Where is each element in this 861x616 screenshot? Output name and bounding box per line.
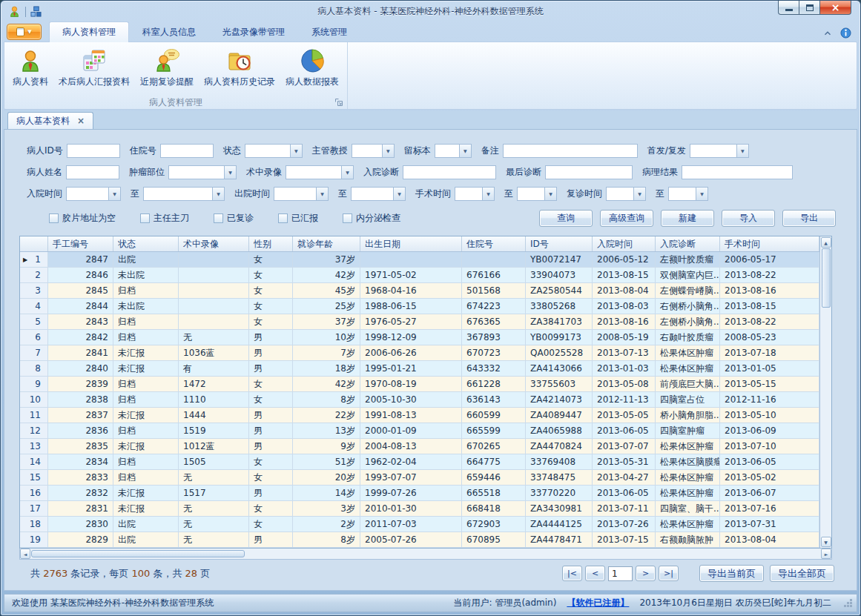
table-row[interactable]: ▶12847出院女37岁YB00721472006-05-12左额叶胶质瘤200…	[20, 252, 819, 268]
chevron-down-icon[interactable]: ▼	[290, 145, 302, 157]
scroll-left-icon[interactable]: ◄	[20, 549, 30, 559]
table-row[interactable]: 82840未汇报有男18岁1995-01-21643332ZA414306620…	[20, 361, 819, 377]
page-number-input[interactable]	[608, 566, 633, 581]
filter-input[interactable]	[160, 144, 214, 158]
collapse-ribbon-icon[interactable]	[822, 28, 833, 39]
table-row[interactable]: 142834归档1505女51岁1962-02-0466477533769408…	[20, 454, 819, 470]
export-current-page-button[interactable]: 导出当前页	[699, 565, 764, 582]
table-row[interactable]: 122836归档1519男13岁2000-01-09665599ZA406598…	[20, 423, 819, 439]
table-row[interactable]: 42844未出院女25岁1988-06-15674223338052682013…	[20, 299, 819, 314]
filter-dropdown[interactable]: ▼	[168, 165, 237, 179]
chevron-down-icon[interactable]: ▼	[382, 145, 394, 157]
filter-dropdown[interactable]: ▼	[517, 187, 557, 201]
scroll-up-icon[interactable]: ▲	[821, 237, 831, 248]
filter-input[interactable]	[503, 144, 638, 158]
ribbon-button-history-folder[interactable]: 病人资料历史记录	[199, 44, 280, 91]
table-row[interactable]: 22846未出院女42岁1971-05-02676166339040732013…	[20, 268, 819, 283]
filter-dropdown[interactable]: ▼	[274, 187, 329, 201]
scroll-right-icon[interactable]: ►	[821, 549, 831, 559]
column-header-ID号[interactable]: ID号	[526, 236, 593, 251]
filter-dropdown[interactable]: ▼	[455, 187, 495, 201]
first-page-button[interactable]: |<	[562, 566, 582, 581]
horizontal-scroll-thumb[interactable]	[31, 550, 245, 557]
column-header-就诊年龄[interactable]: 就诊年龄	[293, 236, 360, 251]
filter-dropdown[interactable]: ▼	[66, 187, 121, 201]
ribbon-button-patient[interactable]: 病人资料	[7, 44, 53, 91]
column-header-入院诊断[interactable]: 入院诊断	[656, 236, 720, 251]
column-header-indicator[interactable]	[20, 236, 48, 251]
chevron-down-icon[interactable]: ▼	[696, 188, 707, 200]
table-row[interactable]: 182830出院无女2岁2011-07-03672903ZA4444125201…	[20, 517, 819, 532]
layout-icon[interactable]	[30, 6, 42, 17]
tab-close-icon[interactable]: ×	[77, 116, 85, 125]
checkbox-2[interactable]: 主任主刀	[140, 212, 189, 225]
column-header-性别[interactable]: 性别	[249, 236, 293, 251]
column-header-入院时间[interactable]: 入院时间	[593, 236, 656, 251]
table-row[interactable]: 32845归档女45岁1968-04-16501568ZA25805442013…	[20, 283, 819, 299]
filter-input[interactable]	[67, 144, 120, 158]
info-icon[interactable]	[840, 27, 851, 39]
ribbon-button-revisit-reminder[interactable]: 近期复诊提醒	[135, 44, 199, 91]
checkbox-box[interactable]	[49, 213, 59, 223]
filter-input[interactable]	[682, 165, 793, 179]
close-button[interactable]: ×	[819, 1, 851, 15]
table-row[interactable]: 162832未汇报1517男14岁1999-07-266655183377022…	[20, 486, 819, 501]
export-all-pages-button[interactable]: 导出全部页	[770, 565, 834, 582]
registration-link[interactable]: 【软件已注册】	[567, 597, 629, 609]
chevron-down-icon[interactable]: ▼	[393, 188, 405, 200]
filter-input[interactable]	[403, 165, 496, 179]
chevron-down-icon[interactable]: ▼	[459, 145, 471, 157]
table-row[interactable]: 152833归档无女20岁1993-07-0765944633748475201…	[20, 470, 819, 486]
chevron-down-icon[interactable]: ▼	[544, 188, 556, 200]
scroll-down-icon[interactable]: ▼	[821, 537, 831, 547]
table-row[interactable]: 192829出院无男8岁2005-07-26670895ZA4478471201…	[20, 532, 819, 548]
chevron-down-icon[interactable]: ▼	[633, 188, 645, 200]
application-menu-button[interactable]: ▼	[7, 24, 42, 40]
maximize-button[interactable]	[799, 1, 820, 15]
filter-dropdown[interactable]: ▼	[286, 165, 354, 179]
horizontal-scrollbar[interactable]: ◄ ►	[19, 549, 832, 560]
table-row[interactable]: 92839归档1472女42岁1970-08-19661228337556032…	[20, 377, 819, 392]
ribbon-tab-2[interactable]: 科室人员信息	[129, 21, 209, 42]
chevron-down-icon[interactable]: ▼	[482, 188, 494, 200]
filter-dropdown[interactable]: ▼	[435, 144, 472, 158]
table-row[interactable]: 102838归档1110女8岁2005-10-30636143ZA4214073…	[20, 392, 819, 408]
filter-input[interactable]	[66, 165, 119, 179]
filter-dropdown[interactable]: ▼	[143, 187, 225, 201]
tab-patient-basic-info[interactable]: 病人基本资料 ×	[7, 112, 93, 129]
chevron-down-icon[interactable]: ▼	[212, 188, 224, 200]
filter-dropdown[interactable]: ▼	[668, 187, 708, 201]
filter-dropdown[interactable]: ▼	[690, 144, 749, 158]
checkbox-box[interactable]	[214, 213, 223, 223]
checkbox-box[interactable]	[278, 213, 288, 223]
chevron-down-icon[interactable]: ▼	[108, 188, 120, 200]
checkbox-4[interactable]: 已汇报	[278, 212, 318, 225]
chevron-down-icon[interactable]: ▼	[736, 145, 748, 157]
chevron-down-icon[interactable]: ▼	[341, 166, 353, 179]
filter-dropdown[interactable]: ▼	[352, 144, 395, 158]
vertical-scroll-thumb[interactable]	[822, 248, 831, 308]
table-row[interactable]: 62842归档无男10岁1998-12-09367893YB0099173200…	[20, 330, 819, 345]
filter-dropdown[interactable]: ▼	[351, 187, 406, 201]
filter-input[interactable]	[545, 165, 633, 179]
filter-dropdown[interactable]: ▼	[606, 187, 646, 201]
table-row[interactable]: 132835未汇报1012蓝男9岁2004-08-13670265ZA44708…	[20, 439, 819, 454]
ribbon-button-calendar-report[interactable]: 术后病人汇报资料	[53, 44, 135, 91]
checkbox-box[interactable]	[343, 213, 352, 223]
app-logo-icon[interactable]	[8, 5, 21, 18]
previous-page-button[interactable]: <	[585, 566, 605, 581]
resize-grip[interactable]	[850, 605, 852, 607]
vertical-scrollbar[interactable]: ▲ ▼	[819, 236, 831, 548]
table-row[interactable]: 112837未汇报1444男22岁1991-08-13660599ZA40894…	[20, 408, 819, 423]
column-header-术中录像[interactable]: 术中录像	[179, 236, 249, 251]
ribbon-tab-4[interactable]: 系统管理	[298, 21, 360, 42]
ribbon-button-pie-chart[interactable]: 病人数据报表	[280, 44, 344, 91]
table-row[interactable]: 72841未汇报1036蓝男7岁2006-06-26670723QA002552…	[20, 345, 819, 361]
checkbox-5[interactable]: 内分泌检查	[343, 212, 400, 225]
table-row[interactable]: 172831未汇报无女3岁2010-01-30668418ZA343098120…	[20, 501, 819, 517]
column-header-手工编号[interactable]: 手工编号	[48, 236, 113, 251]
ribbon-tab-1[interactable]: 病人资料管理	[49, 21, 129, 42]
column-header-手术时间[interactable]: 手术时间	[720, 236, 819, 251]
column-header-出生日期[interactable]: 出生日期	[360, 236, 462, 251]
last-page-button[interactable]: >|	[659, 566, 679, 581]
